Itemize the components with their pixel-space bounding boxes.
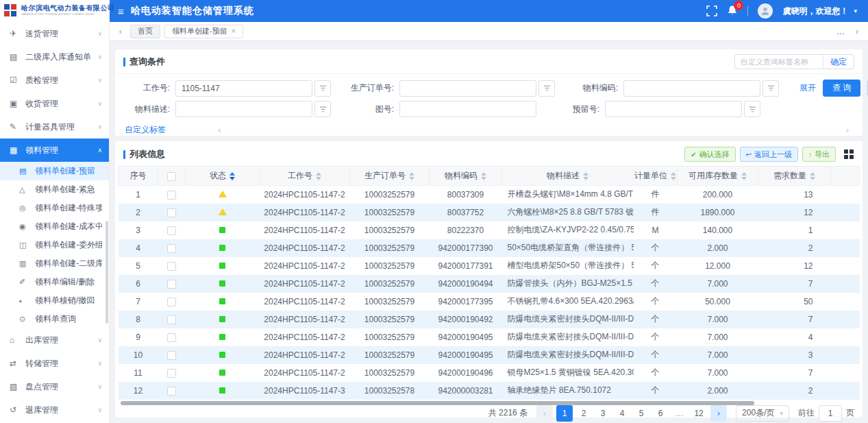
tabs-more-icon[interactable]: …	[836, 27, 845, 36]
table-row[interactable]: 22024HPC1105-1147-21000325257980037752六角…	[119, 204, 860, 221]
sidebar-subitem-secondary[interactable]: ▥领料单创建-二级库	[0, 254, 109, 273]
sort-icon[interactable]	[741, 172, 747, 180]
sidebar-item-return[interactable]: ↺退库管理∨	[0, 398, 109, 422]
tags-scroll-right-icon[interactable]: ›	[846, 125, 849, 135]
page-button[interactable]: 4	[614, 405, 630, 422]
table-row[interactable]: 52024HPC1105-1147-2100032525799420001773…	[119, 257, 860, 275]
work-no-input[interactable]	[175, 80, 312, 97]
col-header-status[interactable]: 状态	[186, 167, 260, 186]
confirm-select-button[interactable]: ✔ 确认选择	[684, 147, 735, 162]
row-checkbox[interactable]	[167, 369, 176, 378]
goto-page-input[interactable]	[819, 405, 842, 422]
avatar[interactable]	[758, 3, 773, 19]
reserve-no-input[interactable]	[605, 101, 742, 117]
sidebar-subitem-writeoff[interactable]: ▪领料单核销/撤回	[0, 291, 109, 310]
tab-material-request-reserve[interactable]: 领料单创建-预留 ×	[164, 25, 243, 38]
sidebar-subitem-edit[interactable]: ✐领料单编辑/删除	[0, 273, 109, 291]
column-settings-icon[interactable]	[844, 149, 854, 160]
collapse-menu-icon[interactable]: ≡	[118, 6, 124, 16]
sidebar-subitem-outsource[interactable]: ◫领料单创建-委外组件	[0, 236, 109, 254]
sidebar-item-outbound[interactable]: ⌂出库管理∨	[0, 328, 109, 352]
tabs-back-icon[interactable]: ‹	[115, 26, 126, 36]
export-button[interactable]: ↑ 导出	[802, 147, 836, 162]
col-header-demand_qty[interactable]: 需求数量	[758, 167, 831, 186]
table-row[interactable]: 62024HPC1105-1147-2100032525799420001904…	[119, 275, 860, 293]
select-all-checkbox[interactable]	[167, 172, 176, 181]
sidebar-scrollbar[interactable]	[106, 221, 108, 324]
sort-icon[interactable]	[810, 172, 815, 180]
sort-icon[interactable]	[316, 172, 321, 180]
sort-icon[interactable]	[481, 172, 486, 180]
custom-tag-link[interactable]: 自定义标签	[125, 124, 166, 136]
table-row[interactable]: 72024HPC1105-1147-2100032525799420001773…	[119, 293, 860, 311]
table-row[interactable]: 102024HPC1105-1147-210003252579942000190…	[119, 346, 860, 364]
sidebar-item-material[interactable]: ▦领料管理∧	[0, 138, 109, 162]
user-greeting[interactable]: 虞晓明，欢迎您！	[782, 5, 848, 17]
row-checkbox[interactable]	[167, 191, 176, 200]
tag-confirm-button[interactable]: 确定	[823, 55, 854, 69]
back-level-button[interactable]: ↩ 返回上一级	[740, 147, 798, 162]
table-row[interactable]: 42024HPC1105-1147-2100032525799420001773…	[119, 239, 860, 257]
sidebar-item-delivery[interactable]: ✈送货管理∨	[0, 22, 109, 45]
page-button[interactable]: 3	[595, 405, 611, 422]
col-header-material_code[interactable]: 物料编码	[430, 167, 502, 186]
page-size-select[interactable]: 200条/页 ▾	[736, 405, 789, 422]
sidebar-subitem-urgent[interactable]: △领料单创建-紧急	[0, 180, 109, 199]
page-button[interactable]: 6	[652, 405, 669, 422]
filter-icon[interactable]	[538, 80, 555, 97]
sort-icon[interactable]	[409, 172, 414, 180]
row-checkbox[interactable]	[167, 244, 176, 253]
row-checkbox[interactable]	[167, 226, 176, 235]
sidebar-subitem-cost[interactable]: ◉领料单创建-成本中心	[0, 217, 109, 236]
sort-icon[interactable]	[671, 172, 676, 180]
table-row[interactable]: 12024HPC1105-1147-21000325257980037309开槽…	[119, 186, 860, 204]
col-header-description[interactable]: 物料描述	[502, 167, 634, 186]
table-row[interactable]: 92024HPC1105-1147-2100032525799420001904…	[119, 328, 860, 346]
filter-icon[interactable]	[314, 80, 331, 97]
custom-tag-name-input[interactable]	[735, 58, 823, 66]
col-header-order_no[interactable]: 生产订单号	[350, 167, 430, 186]
row-checkbox[interactable]	[167, 333, 176, 342]
tags-scroll-left-icon[interactable]: ‹	[218, 125, 221, 135]
prev-page-button[interactable]: ‹	[536, 405, 553, 422]
sidebar-item-receive[interactable]: ▣收货管理∨	[0, 92, 109, 115]
sidebar-subitem-reserve[interactable]: ▤领料单创建-预留	[0, 162, 109, 180]
table-row[interactable]: 122024HPC1105-1147-310003252578942000003…	[119, 382, 860, 400]
row-checkbox[interactable]	[167, 298, 176, 306]
production-order-no-input[interactable]	[399, 80, 536, 97]
row-checkbox[interactable]	[167, 208, 176, 217]
sidebar-item-measure[interactable]: ✎计量器具管理∨	[0, 115, 109, 138]
row-checkbox[interactable]	[167, 351, 176, 360]
row-checkbox[interactable]	[167, 315, 176, 324]
sort-icon[interactable]	[583, 172, 588, 180]
sidebar-item-quality[interactable]: ☑质检管理∨	[0, 69, 109, 92]
col-header-stock_qty[interactable]: 可用库存数量	[678, 167, 758, 186]
sidebar-subitem-query[interactable]: ⊙领料单查询	[0, 310, 109, 328]
tab-home[interactable]: 首页	[130, 25, 160, 38]
filter-icon[interactable]	[314, 101, 331, 117]
material-desc-input[interactable]	[175, 101, 312, 117]
page-button[interactable]: 5	[633, 405, 649, 422]
sidebar-item-notice[interactable]: ▤二级库入库通知单∨	[0, 45, 109, 69]
row-checkbox[interactable]	[167, 280, 176, 289]
sidebar-item-transfer[interactable]: ⇄转储管理∨	[0, 352, 109, 375]
drawing-no-input[interactable]	[399, 101, 536, 117]
expand-button[interactable]: 展开	[799, 82, 816, 94]
fullscreen-icon[interactable]	[706, 5, 717, 16]
table-row[interactable]: 82024HPC1105-1147-2100032525799420001904…	[119, 311, 860, 328]
material-code-input[interactable]	[623, 80, 760, 97]
user-menu-caret-icon[interactable]: ▾	[854, 8, 857, 14]
sidebar-subitem-special[interactable]: ◎领料单创建-特殊项目	[0, 199, 109, 217]
page-button[interactable]: 1	[556, 405, 573, 422]
vertical-scrollbar[interactable]	[856, 191, 860, 396]
next-page-button[interactable]: ›	[710, 405, 727, 422]
table-row[interactable]: 32024HPC1105-1147-21000325257980222370控制…	[119, 221, 860, 239]
close-icon[interactable]: ×	[232, 27, 236, 35]
sort-icon[interactable]	[230, 172, 235, 180]
row-checkbox[interactable]	[167, 262, 176, 271]
tabs-forward-icon[interactable]: ›	[852, 26, 863, 36]
filter-icon[interactable]	[744, 101, 760, 117]
sidebar-item-stocktake[interactable]: ▧盘点管理∨	[0, 375, 109, 398]
page-button[interactable]: 12	[691, 405, 707, 422]
notifications-bell[interactable]: 0	[727, 5, 738, 18]
